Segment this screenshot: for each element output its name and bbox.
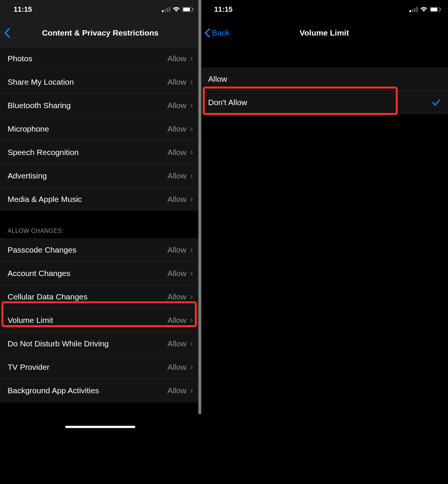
status-bar: 11:15 [201, 0, 448, 19]
svg-rect-5 [183, 8, 190, 11]
chevron-right-icon: › [190, 386, 193, 396]
row-label: Background App Activities [8, 386, 167, 395]
row-label: Volume Limit [8, 316, 167, 325]
row-advertising[interactable]: Advertising Allow › [0, 164, 201, 188]
cellular-signal-icon [162, 7, 170, 12]
left-screenshot: 11:15 Content & Privacy Restrictions Pho… [0, 0, 201, 484]
svg-rect-9 [414, 8, 415, 12]
option-label: Don't Allow [208, 98, 432, 107]
row-value: Allow [167, 148, 186, 157]
row-value: Allow [167, 124, 186, 133]
battery-icon [182, 7, 194, 12]
chevron-right-icon: › [190, 268, 193, 278]
status-time: 11:15 [14, 5, 32, 14]
nav-bar: Back Volume Limit [201, 19, 448, 47]
row-label: Bluetooth Sharing [8, 101, 167, 110]
row-microphone[interactable]: Microphone Allow › [0, 117, 201, 141]
row-label: Photos [8, 54, 167, 63]
row-share-my-location[interactable]: Share My Location Allow › [0, 70, 201, 94]
option-allow[interactable]: Allow [201, 67, 448, 91]
chevron-right-icon: › [190, 292, 193, 302]
home-indicator [65, 426, 135, 428]
row-value: Allow [167, 269, 186, 278]
row-label: Microphone [8, 124, 167, 133]
back-button[interactable] [4, 28, 11, 38]
row-bluetooth-sharing[interactable]: Bluetooth Sharing Allow › [0, 94, 201, 117]
status-right [409, 7, 441, 12]
row-label: Speech Recognition [8, 148, 167, 157]
row-label: Cellular Data Changes [8, 292, 167, 301]
row-account-changes[interactable]: Account Changes Allow › [0, 262, 201, 285]
row-tv-provider[interactable]: TV Provider Allow › [0, 355, 201, 379]
row-label: Passcode Changes [8, 245, 167, 254]
checkmark-icon [432, 99, 440, 106]
volume-limit-options: Allow Don't Allow [201, 67, 448, 114]
pane-divider [198, 0, 201, 414]
row-label: Account Changes [8, 269, 167, 278]
chevron-right-icon: › [190, 194, 193, 204]
row-cellular-data-changes[interactable]: Cellular Data Changes Allow › [0, 285, 201, 309]
row-value: Allow [167, 292, 186, 301]
svg-rect-0 [162, 10, 163, 12]
row-value: Allow [167, 54, 186, 63]
chevron-right-icon: › [190, 315, 193, 325]
row-media-apple-music[interactable]: Media & Apple Music Allow › [0, 188, 201, 211]
chevron-right-icon: › [190, 171, 193, 181]
row-value: Allow [167, 78, 186, 87]
svg-rect-6 [193, 8, 193, 11]
wifi-icon [420, 7, 428, 12]
row-label: Share My Location [8, 78, 167, 87]
row-label: TV Provider [8, 363, 167, 372]
row-value: Allow [167, 339, 186, 348]
row-value: Allow [167, 195, 186, 204]
row-photos[interactable]: Photos Allow › [0, 47, 201, 70]
chevron-left-icon [204, 28, 210, 37]
row-value: Allow [167, 316, 186, 325]
privacy-list-section: Photos Allow › Share My Location Allow ›… [0, 47, 201, 211]
option-label: Allow [208, 74, 440, 84]
option-dont-allow[interactable]: Don't Allow [201, 91, 448, 114]
row-value: Allow [167, 363, 186, 372]
chevron-right-icon: › [190, 101, 193, 110]
nav-bar: Content & Privacy Restrictions [0, 19, 201, 47]
svg-rect-10 [416, 7, 418, 12]
row-background-app-activities[interactable]: Background App Activities Allow › [0, 379, 201, 402]
row-speech-recognition[interactable]: Speech Recognition Allow › [0, 141, 201, 164]
back-button[interactable]: Back [204, 28, 230, 37]
svg-rect-2 [166, 8, 168, 12]
svg-rect-13 [440, 8, 441, 11]
page-title: Volume Limit [201, 28, 448, 37]
chevron-right-icon: › [190, 77, 193, 87]
status-time: 11:15 [214, 5, 233, 14]
chevron-left-icon [4, 28, 11, 38]
chevron-right-icon: › [190, 54, 193, 64]
row-label: Advertising [8, 171, 167, 180]
row-value: Allow [167, 171, 186, 180]
row-value: Allow [167, 101, 186, 110]
chevron-right-icon: › [190, 362, 193, 372]
svg-rect-8 [412, 9, 413, 12]
allow-changes-list: Passcode Changes Allow › Account Changes… [0, 238, 201, 402]
chevron-right-icon: › [190, 245, 193, 255]
chevron-right-icon: › [190, 147, 193, 157]
chevron-right-icon: › [190, 339, 193, 349]
status-bar: 11:15 [0, 0, 201, 19]
row-value: Allow [167, 245, 186, 254]
row-passcode-changes[interactable]: Passcode Changes Allow › [0, 238, 201, 262]
svg-rect-1 [164, 9, 166, 12]
spacer [201, 47, 448, 67]
svg-rect-7 [409, 10, 411, 12]
row-volume-limit[interactable]: Volume Limit Allow › [0, 309, 201, 332]
svg-rect-12 [431, 8, 437, 11]
page-title: Content & Privacy Restrictions [0, 28, 201, 37]
wifi-icon [173, 7, 180, 12]
allow-changes-header: Allow Changes: [0, 211, 201, 238]
status-right [162, 7, 194, 12]
cellular-signal-icon [409, 7, 418, 12]
svg-rect-3 [169, 7, 170, 12]
battery-icon [430, 7, 441, 12]
row-dnd-driving[interactable]: Do Not Disturb While Driving Allow › [0, 332, 201, 355]
chevron-right-icon: › [190, 124, 193, 134]
row-label: Do Not Disturb While Driving [8, 339, 167, 348]
row-value: Allow [167, 386, 186, 395]
